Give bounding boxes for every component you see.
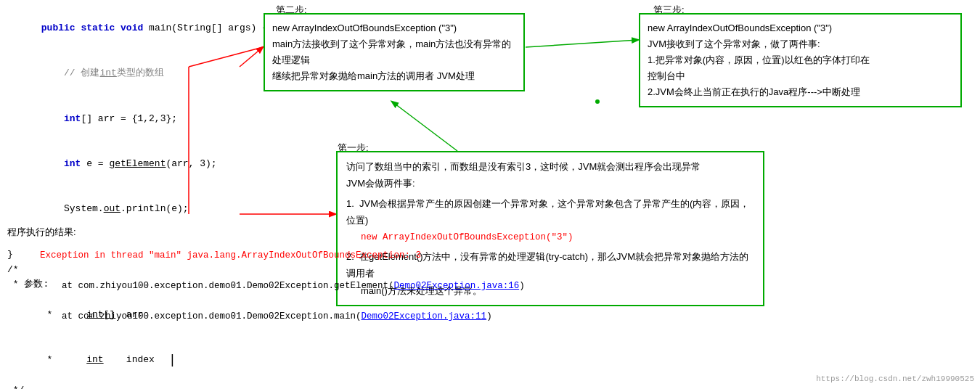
main-container: public static void main(String[] args) {…: [0, 0, 980, 389]
code-line-1: public static void main(String[] args) {: [7, 6, 305, 51]
step2-line2: main方法接收到了这个异常对象，main方法也没有异常的处理逻辑: [272, 36, 516, 68]
code-line-3: int[] arr = {1,2,3};: [7, 97, 305, 142]
svg-line-4: [526, 40, 638, 47]
step3-item2: 2.JVM会终止当前正在执行的Java程序--->中断处理: [648, 84, 953, 100]
step1-line2: JVM会做两件事:: [346, 175, 754, 192]
output-area: 程序执行的结果: Exception in thread "main" java…: [0, 223, 544, 335]
output-line3: at com.zhiyou100.exception.demo01.Demo02…: [7, 301, 537, 332]
code-line-11: * int index: [7, 338, 305, 383]
output-line2: at com.zhiyou100.exception.demo01.Demo02…: [7, 271, 537, 301]
step3-item1: 1.把异常对象(内容，原因，位置)以红色的字体打印在: [648, 52, 953, 68]
step2-line1: new ArrayIndexOutOfBoundsException ("3"): [272, 20, 516, 36]
step1-line1: 访问了数组当中的索引，而数组是没有索引3，这时候，JVM就会测出程序会出现异常: [346, 158, 754, 175]
svg-point-6: [595, 99, 600, 104]
step2-box: new ArrayIndexOutOfBoundsException ("3")…: [264, 13, 525, 91]
step3-line1: new ArrayIndexOutOfBoundsException ("3"): [648, 20, 953, 36]
step3-box: new ArrayIndexOutOfBoundsException ("3")…: [639, 13, 962, 107]
text-cursor: |: [168, 353, 176, 367]
step3-line2: JVM接收到了这个异常对象，做了两件事:: [648, 36, 953, 52]
output-line1: Exception in thread "main" java.lang.Arr…: [7, 240, 537, 271]
step2-line3: 继续把异常对象抛给main方法的调用者 JVM处理: [272, 68, 516, 84]
code-line-12: */: [7, 383, 305, 389]
step3-item1-line2: 控制台中: [648, 68, 953, 84]
output-label: 程序执行的结果:: [7, 226, 537, 239]
watermark: https://blog.csdn.net/zwh19990525: [816, 374, 974, 383]
code-line-2: // 创建int类型的数组: [7, 51, 305, 96]
svg-line-5: [392, 102, 457, 151]
code-line-4: int e = getElement(arr, 3);: [7, 142, 305, 187]
